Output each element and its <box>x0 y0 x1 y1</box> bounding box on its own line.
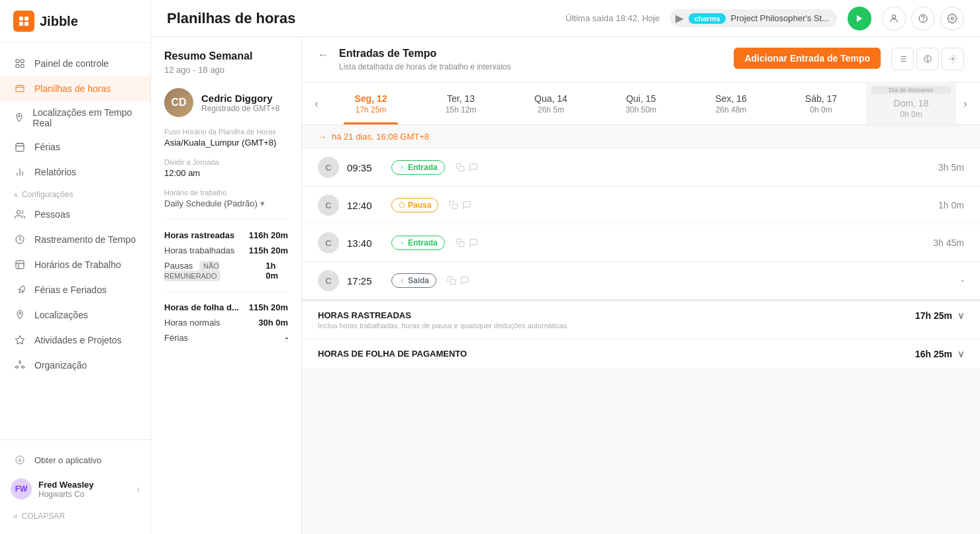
logo-text: Jibble <box>40 14 78 29</box>
svg-rect-8 <box>16 85 24 91</box>
collapse-button[interactable]: « COLAPSAR <box>0 506 150 526</box>
entrada-badge: Entrada <box>391 160 445 175</box>
svg-point-24 <box>923 21 924 21</box>
chevron-down-icon: ∨ <box>957 310 964 321</box>
day-hours: 0h 0m <box>810 105 832 114</box>
day-label: Dom, 18 <box>894 98 929 109</box>
sidebar-item-time-tracking[interactable]: Rastreamento de Tempo <box>0 227 150 252</box>
svg-rect-40 <box>450 279 456 285</box>
add-entry-button[interactable]: Adicionar Entrada de Tempo <box>734 48 881 69</box>
entry-time: 13:40 <box>347 238 383 249</box>
schedule-label: Horário de trabalho <box>164 189 288 197</box>
sidebar-item-locations2[interactable]: Localizações <box>0 302 150 328</box>
svg-point-22 <box>892 15 895 18</box>
day-nav-days: Seg, 12 17h 25m Ter, 13 15h 12m Qua, 14 … <box>326 83 956 124</box>
employee-avatar: CD <box>164 88 193 117</box>
arrow-right-icon: → <box>318 132 326 142</box>
day-hours: 26h 48m <box>716 105 747 114</box>
get-app-item[interactable]: Obter o aplicativo <box>0 448 150 472</box>
employee-name: Cedric Diggory <box>201 93 279 104</box>
svg-rect-38 <box>453 204 458 209</box>
day-qua14[interactable]: Qua, 14 26h 5m <box>506 83 596 124</box>
sidebar-item-label: Organização <box>34 360 87 371</box>
user-info: Fred Weasley Hogwarts Co <box>38 480 136 499</box>
tracking-project: Project Philosopher's St... <box>731 13 829 23</box>
right-panel: ← Entradas de Tempo Lista detalhada de h… <box>302 37 980 534</box>
next-day-button[interactable]: › <box>956 95 975 113</box>
employee-sub: Registrado de GMT+8 <box>201 104 279 113</box>
sidebar-item-label: Rastreamento de Tempo <box>34 234 136 245</box>
sidebar-item-leaves[interactable]: Férias <box>0 134 150 159</box>
day-hours: 15h 12m <box>446 105 477 114</box>
svg-rect-13 <box>16 144 24 152</box>
sidebar-item-activities[interactable]: Atividades e Projetos <box>0 328 150 353</box>
svg-rect-16 <box>16 261 24 269</box>
svg-rect-6 <box>16 64 19 67</box>
sidebar-item-label: Férias e Feriados <box>34 285 107 295</box>
day-dom18[interactable]: Dia de descanso Dom, 18 0h 0m <box>866 83 956 124</box>
day-seg12[interactable]: Seg, 12 17h 25m <box>326 83 416 124</box>
svg-point-37 <box>399 202 405 208</box>
sidebar-item-reports[interactable]: Relatórios <box>0 159 150 185</box>
user-arrow-icon: › <box>136 484 140 494</box>
split-label: Dividir a Jornada <box>164 158 288 166</box>
entry-icons <box>447 276 469 285</box>
entry-time: 09:35 <box>347 162 383 173</box>
svg-rect-2 <box>19 22 23 26</box>
svg-point-14 <box>17 210 20 214</box>
payroll-summary-row[interactable]: HORAS DE FOLHA DE PAGAMENTO 16h 25m ∨ <box>302 339 980 370</box>
day-hours: 0h 0m <box>900 110 922 119</box>
tracking-badge: charms <box>689 13 725 24</box>
settings-button[interactable] <box>940 7 964 30</box>
entry-duration: 3h 5m <box>938 162 964 173</box>
entry-row: C 17:25 Saída - <box>302 262 980 300</box>
tracked-summary-row[interactable]: HORAS RASTREADAS Inclua horas trabalhada… <box>302 301 980 339</box>
schedule-dropdown[interactable]: Daily Schedule (Padrão) ▾ <box>164 199 288 208</box>
breaks-row: Pausas NÃO REMUNERADO 1h 0m <box>164 261 288 281</box>
day-sab17[interactable]: Sáb, 17 0h 0m <box>776 83 866 124</box>
tracked-summary-title: HORAS RASTREADAS <box>318 310 905 320</box>
pausa-badge: Pausa <box>391 198 438 212</box>
user-row[interactable]: FW Fred Weasley Hogwarts Co › <box>0 472 150 506</box>
currency-button[interactable] <box>916 48 939 70</box>
sidebar-item-timesheets[interactable]: Planilhas de horas <box>0 76 150 101</box>
sidebar-item-organization[interactable]: Organização <box>0 353 150 378</box>
day-label: Ter, 13 <box>447 93 475 104</box>
normal-label: Horas normais <box>164 318 220 328</box>
day-sex16[interactable]: Sex, 16 26h 48m <box>686 83 776 124</box>
calendar-icon <box>13 140 26 154</box>
play-button[interactable] <box>848 7 871 30</box>
svg-point-19 <box>19 361 21 363</box>
work-schedules-icon <box>13 258 26 271</box>
logo-area: Jibble <box>0 0 150 43</box>
user-profile-button[interactable] <box>882 7 906 30</box>
vacation-label: Férias <box>164 333 188 343</box>
normal-value: 30h 0m <box>258 318 288 328</box>
svg-rect-1 <box>24 17 28 21</box>
entry-duration: 1h 0m <box>938 200 964 210</box>
list-view-button[interactable] <box>891 48 914 70</box>
tracked-section-title: Horas rastreadas 116h 20m <box>164 230 288 240</box>
payroll-summary-content: HORAS DE FOLHA DE PAGAMENTO <box>318 349 905 360</box>
entry-time: 17:25 <box>347 275 383 287</box>
sidebar-item-leaves-holidays[interactable]: Férias e Feriados <box>0 277 150 302</box>
tracked-value: 116h 20m <box>249 230 288 240</box>
svg-rect-36 <box>459 166 464 171</box>
svg-point-17 <box>19 312 21 314</box>
svg-marker-18 <box>15 335 24 344</box>
breaks-label: Pausas NÃO REMUNERADO <box>164 261 266 281</box>
prev-day-button[interactable]: ‹ <box>307 95 326 113</box>
sidebar-item-label: Pessoas <box>34 209 70 220</box>
sidebar-item-people[interactable]: Pessoas <box>0 202 150 227</box>
day-ter13[interactable]: Ter, 13 15h 12m <box>416 83 506 124</box>
help-button[interactable] <box>911 7 935 30</box>
back-button[interactable]: ← <box>318 49 328 61</box>
user-name: Fred Weasley <box>38 480 136 490</box>
tracking-widget[interactable]: ▶ charms Project Philosopher's St... <box>670 9 837 27</box>
settings-te-button[interactable] <box>942 48 964 70</box>
day-qui15[interactable]: Qui, 15 30h 50m <box>596 83 686 124</box>
locations2-icon <box>13 308 26 322</box>
sidebar-item-dashboard[interactable]: Painel de controle <box>0 51 150 76</box>
sidebar-item-work-schedules[interactable]: Horários de Trabalho <box>0 252 150 277</box>
sidebar-item-locations[interactable]: Localizações em Tempo Real <box>0 101 150 134</box>
